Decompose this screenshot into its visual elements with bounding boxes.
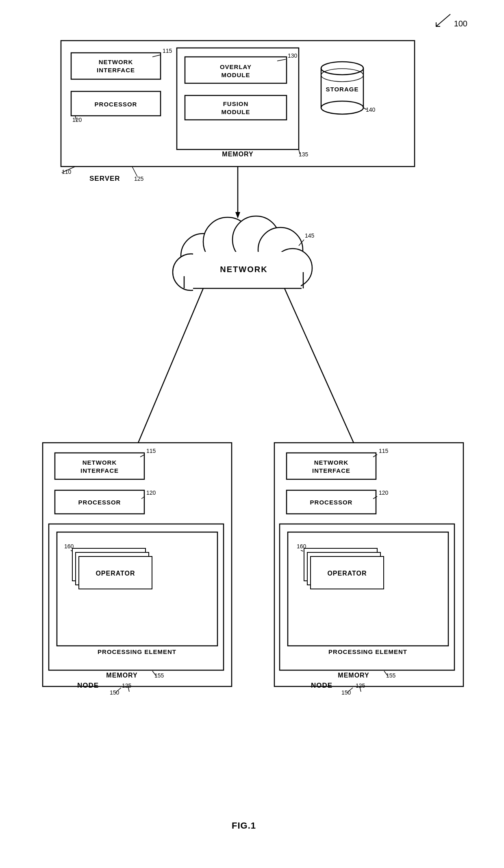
- server-label: SERVER: [89, 175, 120, 182]
- server-processor-label: PROCESSOR: [95, 101, 137, 108]
- left-node-ref125: 125: [122, 682, 132, 689]
- cloud-to-right-node: [285, 288, 354, 443]
- right-proc-ref: 120: [379, 489, 389, 496]
- right-memory-label: MEMORY: [338, 672, 369, 679]
- left-pe-label: PROCESSING ELEMENT: [98, 648, 176, 655]
- server-mem-ref: 135: [299, 151, 308, 158]
- left-node-label: NODE: [77, 682, 99, 689]
- right-ni-label: NETWORK: [314, 459, 349, 466]
- left-proc-ref: 120: [146, 489, 156, 496]
- server-overlay-label: OVERLAY: [220, 63, 252, 70]
- left-proc-label: PROCESSOR: [78, 499, 121, 506]
- left-ni-ref: 115: [146, 448, 156, 454]
- server-fusion-box: [185, 95, 287, 120]
- server-fusion-label2: MODULE: [222, 108, 250, 115]
- page: 100 110 SERVER 125 NETWORK INTERFACE 115…: [0, 0, 504, 868]
- down-arrow: [235, 212, 240, 219]
- left-ni-label: NETWORK: [83, 459, 117, 466]
- left-op-label: OPERATOR: [96, 570, 135, 577]
- cloud-to-left-node: [138, 288, 203, 443]
- right-ni-label2: INTERFACE: [312, 467, 350, 474]
- server-overlay-label2: MODULE: [222, 71, 250, 78]
- right-pe-label: PROCESSING ELEMENT: [328, 648, 407, 655]
- server-ni-ref: 115: [163, 48, 172, 54]
- network-label: NETWORK: [220, 265, 267, 274]
- left-ni-box: [55, 453, 144, 479]
- server-proc-ref: 120: [72, 117, 82, 123]
- right-proc-label: PROCESSOR: [310, 499, 353, 506]
- right-ni-ref: 115: [379, 448, 389, 454]
- svg-line-0: [436, 14, 450, 26]
- server-overlay-ref: 130: [288, 52, 298, 59]
- left-memory-label: MEMORY: [106, 672, 137, 679]
- cloud-shape: [173, 216, 312, 292]
- right-node-label: NODE: [311, 682, 332, 689]
- fig-label: FIG.1: [232, 820, 256, 831]
- right-op-label: OPERATOR: [327, 570, 367, 577]
- figure-ref-number: 100: [454, 19, 467, 28]
- server-network-interface-label: NETWORK: [99, 58, 133, 65]
- server-network-interface-box: [71, 53, 161, 79]
- figure-number-area: 100: [432, 12, 467, 28]
- server-network-interface-label2: INTERFACE: [97, 67, 135, 74]
- server-ref: 125: [134, 175, 144, 182]
- server-fusion-label: FUSION: [223, 100, 249, 107]
- right-ni-box: [287, 453, 376, 479]
- server-memory-label: MEMORY: [222, 151, 253, 158]
- storage-top-ellipse: [321, 62, 363, 75]
- right-op-ref: 160: [297, 543, 306, 550]
- main-diagram-svg: 110 SERVER 125 NETWORK INTERFACE 115 PRO…: [28, 20, 476, 853]
- storage-ref: 140: [366, 106, 376, 113]
- left-ni-label2: INTERFACE: [80, 467, 119, 474]
- left-op-ref: 160: [64, 543, 74, 550]
- storage-label: STORAGE: [326, 86, 359, 93]
- network-ref: 145: [305, 232, 315, 239]
- right-node-ref125: 125: [356, 682, 365, 689]
- arrow-icon: [432, 12, 452, 28]
- storage-bottom-ellipse: [321, 101, 363, 114]
